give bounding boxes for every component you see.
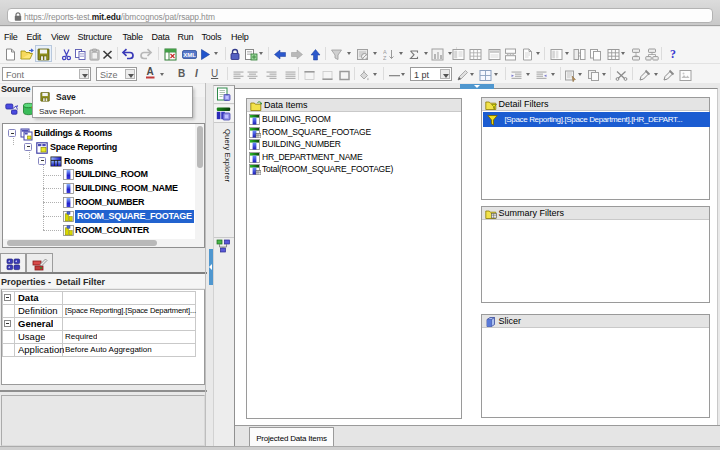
svg-text:?: ?	[670, 47, 676, 61]
svg-text:Z: Z	[383, 55, 387, 61]
svg-text:XML: XML	[183, 52, 196, 58]
svg-text:A: A	[146, 66, 153, 77]
